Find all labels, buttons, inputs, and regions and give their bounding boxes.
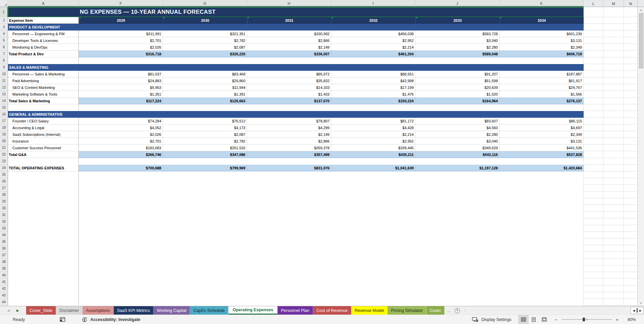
cell-L[interactable] — [584, 232, 603, 238]
cell-M[interactable] — [603, 259, 624, 265]
page-break-view-button[interactable] — [539, 315, 549, 324]
cell-N[interactable] — [624, 198, 638, 205]
cell-L[interactable] — [584, 37, 603, 44]
value-cell[interactable]: $2,866 — [247, 37, 331, 44]
value-cell[interactable]: $1,520 — [415, 91, 500, 98]
label-cell-empty[interactable] — [8, 245, 79, 252]
cell-M[interactable] — [603, 104, 624, 111]
year-header-cell-2034[interactable]: 2034 — [500, 17, 584, 24]
cell-M[interactable] — [603, 131, 624, 138]
cell-L[interactable] — [584, 91, 603, 98]
value-cell[interactable]: $2,026 — [79, 131, 163, 138]
data-cells-empty[interactable] — [79, 198, 584, 205]
value-cell[interactable]: $443,116 — [415, 151, 500, 158]
value-cell[interactable]: $2,349 — [500, 44, 584, 51]
label-cell-empty[interactable] — [8, 185, 79, 192]
value-cell[interactable]: $799,969 — [163, 165, 247, 171]
cell-L[interactable] — [584, 272, 603, 279]
cell-L[interactable] — [584, 192, 603, 198]
cell-L[interactable] — [584, 165, 603, 171]
cell-N[interactable] — [624, 131, 638, 138]
cell-N[interactable] — [624, 151, 638, 158]
cell-N[interactable] — [624, 178, 638, 185]
cell-L[interactable] — [584, 285, 603, 292]
cell-L[interactable] — [584, 225, 603, 232]
cell-M[interactable] — [603, 252, 624, 259]
cell-M[interactable] — [603, 205, 624, 212]
value-cell[interactable]: $86,115 — [500, 118, 584, 124]
value-cell[interactable]: $606,719 — [500, 51, 584, 57]
value-cell[interactable]: $1,433 — [247, 91, 331, 98]
value-cell[interactable]: $183,683 — [79, 145, 163, 151]
row-label-cell[interactable]: Paid Advertising — [8, 77, 79, 84]
cell-L[interactable] — [584, 218, 603, 225]
sheet-tab-capex-schedule[interactable]: CapEx Schedule — [190, 306, 228, 315]
cell-M[interactable] — [603, 232, 624, 238]
row-header-35[interactable]: 35 — [0, 238, 8, 245]
value-cell[interactable]: $91,207 — [415, 71, 500, 77]
year-header-cell-2029[interactable]: 2029 — [79, 17, 163, 24]
label-cell-empty[interactable] — [8, 225, 79, 232]
cell-L[interactable] — [584, 145, 603, 151]
row-header-12[interactable]: 12 — [0, 84, 8, 91]
value-cell[interactable]: $266,746 — [79, 151, 163, 158]
label-cell-empty[interactable] — [8, 252, 79, 259]
value-cell[interactable]: $2,952 — [331, 37, 415, 44]
row-header-3[interactable]: 3 — [0, 24, 8, 31]
data-cells-empty[interactable] — [79, 104, 584, 111]
sheet-tab-pricing-simulator[interactable]: Pricing Simulator — [388, 306, 426, 315]
value-cell[interactable]: $269,378 — [247, 145, 331, 151]
value-cell[interactable]: $1,351 — [79, 91, 163, 98]
cell-N[interactable] — [624, 225, 638, 232]
cell-L[interactable] — [584, 265, 603, 272]
select-all-corner[interactable] — [0, 0, 8, 7]
cell-L[interactable] — [584, 259, 603, 265]
value-cell[interactable]: $2,701 — [79, 37, 163, 44]
cell-N[interactable] — [624, 7, 638, 17]
tab-scroll-right-icon[interactable]: ▶ — [638, 309, 643, 312]
value-cell[interactable]: $117,224 — [79, 98, 163, 104]
cell-M[interactable] — [603, 98, 624, 104]
cell-L[interactable] — [584, 178, 603, 185]
label-cell-empty[interactable] — [8, 212, 79, 218]
data-cells-empty[interactable] — [79, 265, 584, 272]
zoom-in-button[interactable]: + — [616, 317, 619, 322]
data-cells-empty[interactable] — [79, 285, 584, 292]
macro-record-icon[interactable] — [60, 317, 65, 322]
value-cell[interactable]: $74,284 — [79, 118, 163, 124]
column-header-J[interactable]: J — [415, 0, 500, 7]
row-header-14[interactable]: 14 — [0, 98, 8, 104]
cell-M[interactable] — [603, 192, 624, 198]
cell-N[interactable] — [624, 111, 638, 118]
value-cell[interactable]: $1,041,639 — [331, 165, 415, 171]
cell-M[interactable] — [603, 151, 624, 158]
value-cell[interactable]: $347,086 — [163, 151, 247, 158]
cell-L[interactable] — [584, 171, 603, 178]
label-cell-empty[interactable] — [8, 171, 79, 178]
data-cells-empty[interactable] — [79, 185, 584, 192]
cell-M[interactable] — [603, 57, 624, 64]
cell-L[interactable] — [584, 299, 603, 306]
value-cell[interactable]: $1,476 — [331, 91, 415, 98]
value-cell[interactable]: $261,532 — [163, 145, 247, 151]
value-cell[interactable]: $339,445 — [331, 145, 415, 151]
value-cell[interactable]: $2,866 — [247, 138, 331, 145]
row-label-cell[interactable]: Accounting & Legal — [8, 124, 79, 131]
value-cell[interactable]: $78,807 — [247, 118, 331, 124]
cell-L[interactable] — [584, 98, 603, 104]
value-cell[interactable]: $2,280 — [415, 44, 500, 51]
row-header-42[interactable]: 42 — [0, 285, 8, 292]
label-cell-empty[interactable] — [8, 232, 79, 238]
row-label-cell[interactable]: SaaS Subscriptions (Internal) — [8, 131, 79, 138]
sheet-tab-operating-expenses[interactable]: Operating Expenses — [228, 306, 278, 315]
row-header-43[interactable]: 43 — [0, 292, 8, 299]
row-header-20[interactable]: 20 — [0, 138, 8, 145]
cell-N[interactable] — [624, 24, 638, 31]
cell-N[interactable] — [624, 158, 638, 165]
new-sheet-button[interactable]: + — [453, 306, 462, 315]
data-cells-empty[interactable] — [79, 299, 584, 306]
year-header-cell-2033[interactable]: 2033 — [415, 17, 500, 24]
cell-M[interactable] — [603, 124, 624, 131]
cell-M[interactable] — [603, 64, 624, 71]
cell-M[interactable] — [603, 218, 624, 225]
